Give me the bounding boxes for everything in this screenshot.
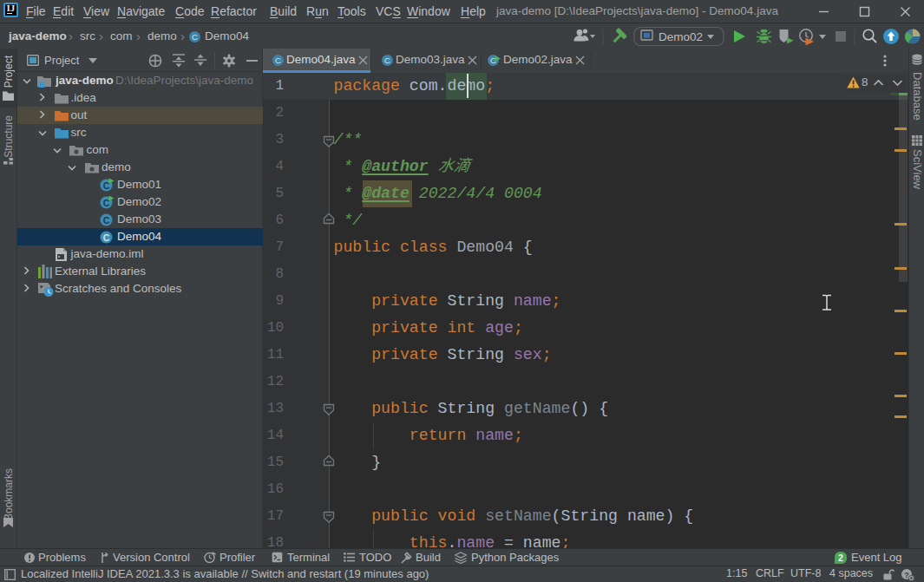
svg-text:C: C bbox=[103, 232, 110, 243]
svg-text:C: C bbox=[192, 32, 198, 42]
svg-text:Demo02: Demo02 bbox=[659, 30, 703, 43]
svg-text:2: 2 bbox=[838, 553, 843, 563]
svg-text:C: C bbox=[384, 56, 390, 65]
svg-text:C: C bbox=[103, 215, 110, 226]
svg-text:C: C bbox=[275, 56, 281, 65]
